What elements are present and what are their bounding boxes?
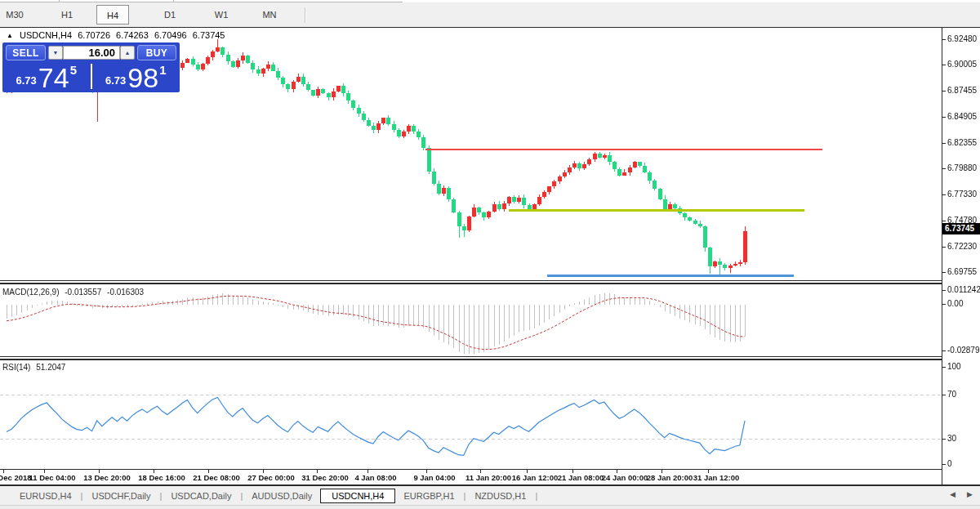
- timeframe-button-h1[interactable]: H1: [51, 5, 83, 25]
- rsi-indicator-label: RSI(14) 51.2047: [2, 363, 69, 372]
- volume-input[interactable]: [63, 46, 120, 60]
- price-scale-label: 6.79880: [947, 163, 980, 173]
- trade-controls-row: SELL ▼ ▲ BUY: [2, 45, 180, 61]
- one-click-trading-panel: SELL ▼ ▲ BUY 6.73 74 5 6.73 98 1: [2, 42, 180, 92]
- time-axis-label: 31 Dec 20:00: [301, 473, 349, 482]
- tabs: EURUSD,H4|USDCHF,Daily|USDCAD,Daily|AUDU…: [16, 489, 543, 503]
- price-scale-label: 6.92480: [947, 34, 980, 44]
- time-axis-label: 13 Dec 20:00: [83, 473, 131, 482]
- macd-scale-label: 0.00: [947, 299, 980, 309]
- volume-decrease-button[interactable]: ▼: [48, 46, 63, 60]
- tab-eurgbp-h1[interactable]: EURGBP,H1: [400, 491, 457, 501]
- timeframe-button-h4[interactable]: H4: [96, 5, 129, 25]
- tab-separator: |: [464, 491, 466, 501]
- tab-eurusd-h4[interactable]: EURUSD,H4: [16, 491, 75, 501]
- timeframe-button-m30[interactable]: M30: [0, 5, 31, 25]
- tab-separator: |: [160, 491, 163, 501]
- rsi-scale-label: 100: [947, 362, 980, 372]
- price-scale-label: 6.84905: [947, 112, 980, 122]
- bid-ask-prices: 6.73 74 5 6.73 98 1: [2, 62, 180, 92]
- tab-scroll-right-icon[interactable]: ▶: [967, 490, 973, 498]
- sell-price[interactable]: 6.73 74 5: [2, 62, 91, 92]
- sell-price-pip: 5: [70, 63, 77, 77]
- collapse-triangle-icon[interactable]: ▲: [7, 32, 13, 39]
- time-axis-label: 24 Jan 00:00: [602, 473, 648, 482]
- time-axis-label: 11 Jan 20:00: [466, 473, 511, 482]
- price-scale-label: 6.82355: [947, 138, 980, 148]
- buy-price[interactable]: 6.73 98 1: [92, 62, 180, 92]
- timeframe-button-w1[interactable]: W1: [205, 5, 238, 25]
- status-strip: [0, 505, 980, 509]
- macd-scale-label: 0.011242: [947, 285, 980, 295]
- timeframe-button-mn[interactable]: MN: [253, 5, 286, 25]
- buy-price-pip: 1: [159, 63, 166, 77]
- toolbar-separator: [305, 7, 306, 23]
- tab-nzdusd-h1[interactable]: NZDUSD,H1: [471, 491, 529, 501]
- macd-value-signal: -0.016303: [107, 288, 144, 297]
- tab-separator: |: [535, 491, 537, 501]
- current-price-badge: 6.73745: [942, 223, 980, 234]
- macd-scale-label: -0.028797: [947, 346, 980, 355]
- tab-audusd-daily[interactable]: AUDUSD,Daily: [248, 491, 315, 501]
- macd-name: MACD(12,26,9): [2, 288, 59, 297]
- time-axis[interactable]: 5 Dec 201811 Dec 04:0013 Dec 20:0018 Dec…: [0, 470, 942, 484]
- price-scale-label: 6.87455: [947, 86, 980, 96]
- price-scale-label: 6.77330: [947, 190, 980, 199]
- chart-window-top-border: [0, 27, 980, 28]
- tab-separator: |: [81, 491, 83, 501]
- sell-price-prefix: 6.73: [16, 74, 37, 87]
- macd-value-main: -0.013557: [65, 288, 101, 297]
- time-axis-label: 11 Dec 04:00: [29, 473, 75, 482]
- time-axis-label: 28 Jan 20:00: [647, 473, 693, 482]
- tab-usdchf-daily[interactable]: USDCHF,Daily: [88, 491, 154, 501]
- tab-scroll-left-icon[interactable]: ◀: [950, 490, 956, 498]
- buy-button[interactable]: BUY: [137, 45, 176, 60]
- price-scale-label: 6.90005: [947, 60, 980, 69]
- chart-symbol: USDCNH,H4: [20, 30, 72, 40]
- volume-increase-button[interactable]: ▲: [120, 46, 135, 60]
- time-axis-label: 5 Dec 2018: [0, 473, 32, 482]
- timeframe-button-d1[interactable]: D1: [154, 5, 186, 25]
- ohlc-open: 6.70726: [78, 30, 110, 40]
- ohlc-high: 6.74263: [116, 30, 149, 40]
- price-scale-label: 6.69755: [947, 267, 980, 277]
- timeframe-toolbar: M30H1H4D1W1MN: [0, 2, 980, 27]
- rsi-value: 51.2047: [36, 363, 65, 372]
- tab-separator: |: [240, 491, 243, 501]
- time-axis-label: 9 Jan 04:00: [413, 473, 455, 482]
- chart-title: ▲ USDCNH,H4 6.70726 6.74263 6.70496 6.73…: [7, 30, 228, 41]
- rsi-scale-label: 70: [947, 390, 980, 400]
- time-axis-label: 27 Dec 00:00: [247, 473, 295, 482]
- time-axis-label: 18 Dec 16:00: [138, 473, 185, 482]
- time-axis-label: 21 Jan 08:00: [558, 473, 604, 482]
- buy-price-main: 98: [127, 65, 158, 90]
- ohlc-low: 6.70496: [154, 30, 187, 40]
- tab-usdcnh-h4[interactable]: USDCNH,H4: [320, 489, 395, 503]
- time-axis-label: 4 Jan 08:00: [354, 473, 396, 482]
- chart-tab-bar: EURUSD,H4|USDCHF,Daily|USDCAD,Daily|AUDU…: [0, 486, 980, 505]
- sell-button[interactable]: SELL: [6, 45, 46, 60]
- rsi-name: RSI(14): [2, 363, 30, 372]
- ohlc-close: 6.73745: [193, 30, 225, 40]
- tab-usdcad-daily[interactable]: USDCAD,Daily: [167, 491, 234, 501]
- time-axis-label: 21 Dec 08:00: [193, 473, 240, 482]
- macd-indicator-label: MACD(12,26,9) -0.013557 -0.016303: [2, 288, 147, 297]
- buy-price-prefix: 6.73: [105, 74, 126, 87]
- sell-price-main: 74: [38, 65, 69, 90]
- time-axis-label: 31 Jan 12:00: [693, 473, 740, 482]
- rsi-scale-label: 0: [947, 459, 980, 469]
- time-axis-label: 16 Jan 12:00: [512, 473, 559, 482]
- price-scale-label: 6.72230: [947, 242, 980, 252]
- rsi-scale-label: 30: [947, 434, 980, 444]
